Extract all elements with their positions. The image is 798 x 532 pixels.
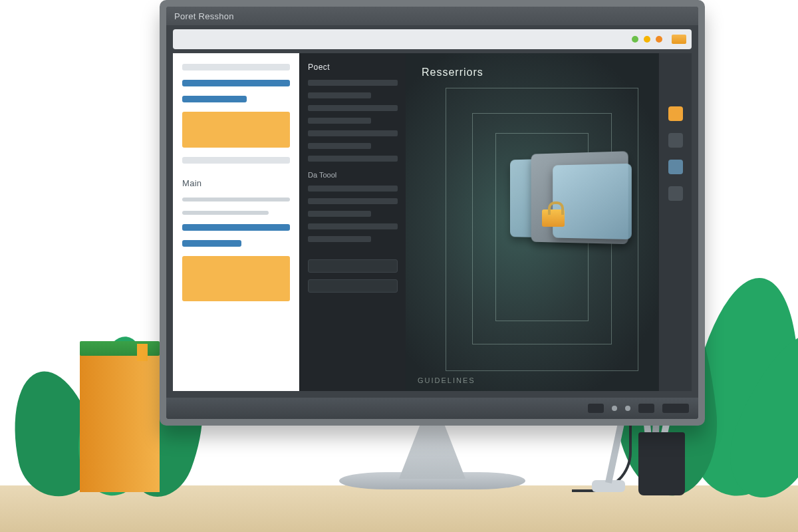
property-row[interactable] [308,118,371,124]
control-dot-green[interactable] [632,36,638,43]
status-chip[interactable] [662,404,689,413]
books-prop [80,349,160,492]
flag-icon[interactable] [672,35,686,44]
app-window: Poret Resshon Main [166,7,698,419]
property-row[interactable] [308,223,398,229]
panel-heading: Poect [308,63,398,72]
panel-subheading: Da Toool [308,171,398,179]
control-dot-yellow[interactable] [644,36,650,43]
pane-graphic [553,164,632,239]
workspace: Main Poect Da Toool [173,53,692,391]
status-chip[interactable] [588,404,604,413]
highlight-card[interactable] [182,256,290,301]
list-item[interactable] [182,240,241,247]
list-item[interactable] [182,211,269,215]
viewport-canvas[interactable]: Resserriors GUIDELINES [406,53,658,391]
property-row[interactable] [308,156,398,162]
highlight-card[interactable] [182,112,290,148]
property-row[interactable] [308,211,371,217]
property-row[interactable] [308,186,398,192]
input-field[interactable] [308,259,398,273]
section-label: Main [182,178,290,188]
status-chip[interactable] [638,404,654,413]
property-row[interactable] [308,130,398,136]
window-titlebar[interactable]: Poret Resshon [166,7,698,25]
list-item[interactable] [182,64,290,70]
lock-icon [542,209,565,227]
list-item[interactable] [182,157,290,164]
monitor-stand-neck [399,419,466,479]
address-bar[interactable] [173,29,692,49]
sidebar-light: Main [173,53,299,391]
monitor-frame: Poret Resshon Main [160,0,705,426]
status-bar [166,398,698,419]
window-title: Poret Resshon [174,11,234,21]
property-row[interactable] [308,92,371,98]
input-field[interactable] [308,279,398,293]
window-controls [632,36,662,43]
sidebar-dark: Poect Da Toool [299,53,406,391]
canvas-footer-label: GUIDELINES [418,376,475,384]
control-dot-orange[interactable] [656,36,662,43]
list-item[interactable] [182,224,290,231]
status-indicator [625,406,630,411]
property-row[interactable] [308,80,398,86]
property-row[interactable] [308,236,371,242]
color-swatch[interactable] [668,133,683,148]
property-row[interactable] [308,198,398,204]
property-row[interactable] [308,105,398,111]
list-item[interactable] [182,198,290,201]
status-indicator [612,406,617,411]
color-swatch[interactable] [668,106,683,121]
color-swatch[interactable] [668,186,683,201]
window-stack-graphic [510,151,632,255]
tool-strip [658,53,692,391]
list-item[interactable] [182,96,247,102]
canvas-title: Resserriors [422,66,483,78]
list-item[interactable] [182,80,290,86]
color-swatch[interactable] [668,160,683,174]
property-row[interactable] [308,143,371,149]
